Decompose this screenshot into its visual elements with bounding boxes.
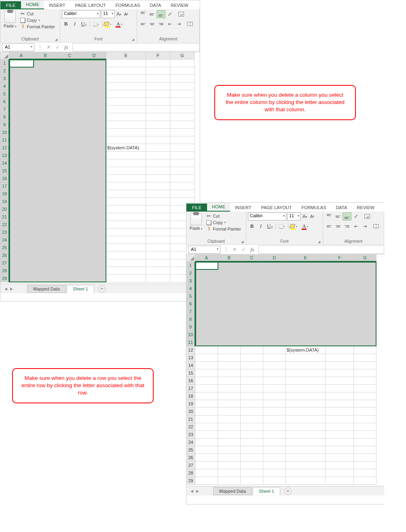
cell-B27[interactable]: [34, 259, 58, 267]
nav-next-button[interactable]: ▶: [8, 286, 14, 292]
row-header-22[interactable]: 22: [0, 221, 9, 229]
align-middle-button[interactable]: [148, 10, 156, 18]
cell-F1[interactable]: [326, 262, 354, 269]
cell-B4[interactable]: [218, 285, 241, 292]
row-header-10[interactable]: 10: [186, 331, 195, 339]
cell-C11[interactable]: [241, 339, 263, 346]
font-size-select[interactable]: 11: [287, 212, 301, 220]
row-header-6[interactable]: 6: [0, 98, 9, 106]
font-color-button[interactable]: A▾: [114, 20, 124, 28]
nav-next-button[interactable]: ▶: [195, 488, 200, 494]
cell-D14[interactable]: [82, 159, 106, 167]
cell-A28[interactable]: [195, 469, 218, 477]
name-box[interactable]: A1: [2, 43, 34, 51]
cell-G13[interactable]: [354, 354, 376, 362]
cell-D13[interactable]: [82, 152, 106, 159]
cell-B5[interactable]: [34, 90, 58, 98]
cell-B9[interactable]: [218, 323, 241, 331]
cell-C9[interactable]: [241, 323, 263, 331]
cell-C9[interactable]: [58, 121, 82, 129]
decrease-font-button[interactable]: A▾: [309, 213, 315, 220]
cell-F23[interactable]: [326, 431, 354, 439]
tab-formulas[interactable]: FORMULAS: [110, 1, 145, 9]
col-header-C[interactable]: C: [241, 254, 263, 262]
cell-F5[interactable]: [326, 292, 354, 300]
cell-A17[interactable]: [195, 385, 218, 392]
cell-B27[interactable]: [218, 462, 241, 469]
cell-B20[interactable]: [218, 408, 241, 415]
cell-E7[interactable]: [106, 106, 146, 113]
cell-E10[interactable]: [286, 331, 326, 339]
cell-A24[interactable]: [9, 236, 34, 244]
row-header-11[interactable]: 11: [186, 339, 195, 346]
row-header-14[interactable]: 14: [186, 362, 195, 369]
cell-C12[interactable]: [58, 144, 82, 152]
cell-A4[interactable]: [9, 83, 34, 90]
cell-G5[interactable]: [170, 90, 195, 98]
cell-G11[interactable]: [354, 339, 376, 346]
cell-A13[interactable]: [9, 152, 34, 159]
dialog-launcher-icon[interactable]: ◢: [318, 240, 320, 244]
cell-F20[interactable]: [146, 206, 170, 213]
cell-C1[interactable]: [58, 59, 82, 67]
cell-F27[interactable]: [146, 259, 170, 267]
cell-A26[interactable]: [9, 252, 34, 259]
cell-D10[interactable]: [263, 331, 286, 339]
row-header-29[interactable]: 29: [186, 477, 195, 485]
cell-E21[interactable]: [106, 213, 146, 221]
font-color-button[interactable]: A▾: [300, 222, 310, 230]
cell-E27[interactable]: [106, 259, 146, 267]
cell-E25[interactable]: [106, 244, 146, 252]
cell-A6[interactable]: [195, 300, 218, 308]
cell-C26[interactable]: [241, 454, 263, 462]
cell-C25[interactable]: [58, 244, 82, 252]
row-header-11[interactable]: 11: [0, 136, 9, 144]
row-header-2[interactable]: 2: [186, 269, 195, 277]
cell-B14[interactable]: [34, 159, 58, 167]
cell-G14[interactable]: [170, 159, 195, 167]
col-header-E[interactable]: E: [286, 254, 326, 262]
row-header-18[interactable]: 18: [186, 392, 195, 400]
row-header-26[interactable]: 26: [186, 454, 195, 462]
cell-B11[interactable]: [218, 339, 241, 346]
cell-A5[interactable]: [9, 90, 34, 98]
cell-C2[interactable]: [58, 67, 82, 75]
align-middle-button[interactable]: [334, 212, 343, 220]
row-header-20[interactable]: 20: [0, 206, 9, 213]
formula-input[interactable]: [72, 43, 200, 51]
cell-C2[interactable]: [241, 269, 263, 277]
cell-C23[interactable]: [58, 229, 82, 236]
cell-E19[interactable]: [286, 400, 326, 408]
cell-G13[interactable]: [170, 152, 195, 159]
row-header-23[interactable]: 23: [186, 431, 195, 439]
cell-D25[interactable]: [263, 446, 286, 454]
cell-B20[interactable]: [34, 206, 58, 213]
col-header-A[interactable]: A: [195, 254, 218, 262]
cell-B3[interactable]: [218, 277, 241, 285]
cell-D21[interactable]: [82, 213, 106, 221]
fx-button[interactable]: fx: [248, 246, 257, 254]
grid[interactable]: ABCDEFG123456789101112131415161718192021…: [0, 52, 200, 284]
increase-indent-button[interactable]: [174, 20, 183, 28]
cell-C8[interactable]: [241, 316, 263, 323]
row-header-5[interactable]: 5: [0, 90, 9, 98]
align-bottom-button[interactable]: [156, 10, 165, 18]
cell-B11[interactable]: [34, 136, 58, 144]
row-header-21[interactable]: 21: [0, 213, 9, 221]
row-header-15[interactable]: 15: [0, 167, 9, 175]
tab-insert[interactable]: INSERT: [230, 203, 256, 212]
cell-D2[interactable]: [82, 67, 106, 75]
cell-E28[interactable]: [106, 267, 146, 275]
cell-F2[interactable]: [146, 67, 170, 75]
enter-button[interactable]: ✓: [239, 246, 248, 254]
cell-E4[interactable]: [106, 83, 146, 90]
cell-E20[interactable]: [286, 408, 326, 415]
cell-A3[interactable]: [9, 75, 34, 83]
cell-A29[interactable]: [9, 275, 34, 282]
cell-D3[interactable]: [263, 277, 286, 285]
cell-A25[interactable]: [195, 446, 218, 454]
cell-G28[interactable]: [354, 469, 376, 477]
cell-G16[interactable]: [354, 377, 376, 385]
cell-D22[interactable]: [82, 221, 106, 229]
cell-C13[interactable]: [58, 152, 82, 159]
